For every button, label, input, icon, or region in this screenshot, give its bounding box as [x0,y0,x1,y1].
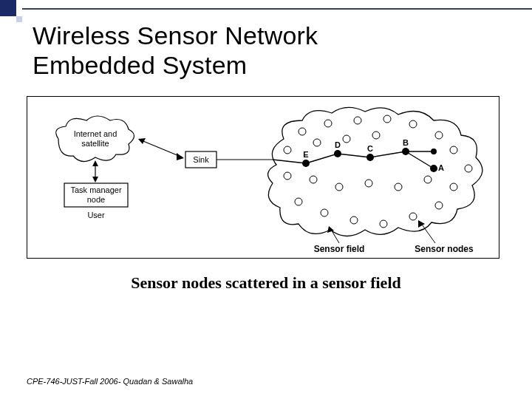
node-label-a: A [438,163,444,172]
arrow-down-icon [92,177,98,183]
sink-label: Sink [193,155,209,164]
svg-point-12 [335,183,343,191]
arrow-right-icon [177,153,184,160]
svg-point-16 [450,183,457,191]
page-title: Wireless Sensor Network Embedded System [33,21,505,80]
internet-label-line2: satellite [81,139,109,148]
arrow-left-icon [138,138,146,144]
svg-point-24 [372,132,380,139]
figure-caption: Sensor nodes scattered in a sensor field [27,273,505,293]
svg-point-33 [366,154,374,161]
arrow-cloud-sink [140,140,183,157]
svg-point-15 [424,176,432,183]
task-label-line1: Task manager [70,185,121,194]
node-label-c: C [367,144,373,153]
svg-point-7 [313,139,321,146]
title-line-1: Wireless Sensor Network [33,21,318,50]
node-label-d: D [335,140,341,149]
node-label-b: B [403,138,409,147]
internet-label-line1: Internet and [74,129,117,138]
svg-point-19 [350,216,358,224]
svg-point-1 [324,120,332,127]
svg-point-31 [302,160,310,167]
svg-point-8 [450,146,457,154]
svg-point-6 [284,146,291,154]
svg-point-5 [435,132,443,139]
svg-point-9 [465,165,472,172]
svg-point-4 [409,120,417,128]
figure-frame: Internet and satellite Task manager node… [27,96,499,259]
node-label-e: E [303,150,308,159]
svg-point-34 [402,148,409,155]
sensor-field-cloud [268,108,482,236]
annot-label-field: Sensor field [314,244,365,254]
corner-square-icon [0,0,16,16]
svg-point-18 [321,209,328,216]
svg-point-11 [310,176,317,183]
svg-point-23 [343,135,350,143]
slide-footer: CPE-746-JUST-Fall 2006- Quadan & Sawalha [27,377,193,386]
task-label-line2: node [87,195,105,204]
arrow-up-icon [92,160,98,166]
svg-point-20 [380,220,387,228]
svg-point-32 [334,150,341,157]
svg-point-10 [284,172,291,180]
svg-point-36 [431,149,437,154]
slide: Wireless Sensor Network Embedded System … [0,0,532,399]
svg-point-35 [430,165,437,172]
corner-accent-icon [16,16,22,22]
wsn-diagram: Internet and satellite Task manager node… [29,98,497,256]
svg-point-14 [395,183,402,191]
diagram-svg: Internet and satellite Task manager node… [29,98,497,256]
title-line-2: Embedded System [33,51,247,79]
svg-point-0 [299,128,306,135]
top-rule [22,8,532,10]
user-label: User [87,211,105,219]
svg-point-3 [383,115,391,123]
svg-point-22 [435,202,443,209]
svg-point-13 [365,180,372,187]
svg-point-2 [354,117,361,124]
svg-point-17 [295,198,302,205]
annot-label-nodes: Sensor nodes [415,244,474,254]
svg-point-21 [409,213,417,220]
